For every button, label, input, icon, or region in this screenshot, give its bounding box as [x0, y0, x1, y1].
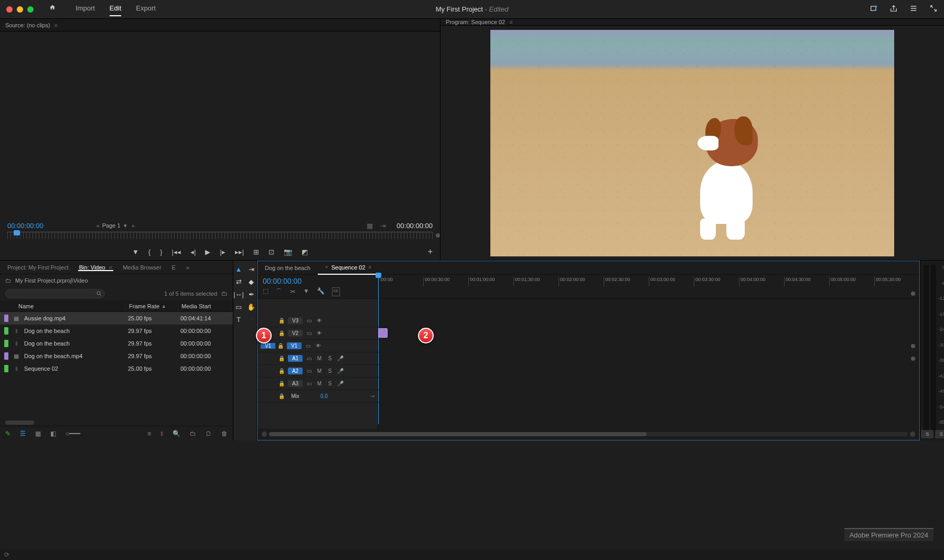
solo-left-button[interactable]: S	[921, 430, 934, 438]
list-view-icon[interactable]: ☰	[20, 430, 26, 437]
quick-export-icon[interactable]	[870, 4, 878, 15]
label-swatch[interactable]	[4, 315, 8, 322]
solo-icon[interactable]: S	[326, 381, 334, 386]
panel-menu-icon[interactable]: ≡	[509, 19, 512, 25]
track-header-a2[interactable]: 🔒 A2 ▭ M S 🎤	[258, 365, 378, 378]
slip-tool-icon[interactable]: |↔|	[233, 289, 244, 299]
source-playhead-icon[interactable]	[14, 230, 20, 235]
marker-span-icon[interactable]: ▼	[303, 287, 309, 296]
lane-v1[interactable]	[378, 340, 919, 352]
sort-icon[interactable]: ≡	[147, 430, 151, 437]
close-window-icon[interactable]	[6, 6, 13, 13]
comparison-icon[interactable]: ⇥	[380, 222, 386, 230]
linked-selection-icon[interactable]: ⫘	[289, 287, 296, 296]
source-viewport[interactable]	[0, 31, 440, 219]
source-scrubber[interactable]	[0, 232, 440, 243]
tab-effects[interactable]: E	[167, 264, 181, 271]
zoom-handle-icon[interactable]	[911, 357, 915, 361]
snap-icon[interactable]: ⌒	[276, 287, 282, 296]
eye-icon[interactable]: 👁	[314, 343, 323, 349]
go-to-out-icon[interactable]: ▸▸|	[235, 248, 244, 256]
source-header[interactable]: Source: (no clips) ≡	[0, 19, 440, 31]
scroll-thumb[interactable]	[269, 432, 647, 436]
tab-import[interactable]: Import	[76, 2, 95, 16]
sync-lock-icon[interactable]: ▭	[305, 381, 313, 386]
nest-icon[interactable]: ⬚	[263, 287, 269, 296]
lane-a2[interactable]	[378, 365, 919, 378]
panel-menu-icon[interactable]: ≡	[109, 264, 112, 271]
sync-lock-icon[interactable]: ▭	[305, 318, 313, 324]
solo-icon[interactable]: S	[326, 368, 334, 374]
eye-icon[interactable]: 👁	[315, 318, 324, 324]
lock-icon[interactable]: 🔒	[278, 330, 286, 336]
track-header-v3[interactable]: 🔒 V3 ▭ 👁	[258, 315, 378, 327]
col-name[interactable]: Name	[0, 300, 126, 311]
export-frame-icon[interactable]: 📷	[284, 248, 292, 256]
button-editor-icon[interactable]: +	[428, 247, 433, 256]
home-icon[interactable]	[49, 4, 60, 15]
video-clip[interactable]	[378, 328, 388, 338]
new-bin-icon[interactable]: 🗀	[190, 430, 196, 437]
mark-out-icon[interactable]: }	[160, 248, 162, 256]
voice-over-icon[interactable]: 🎤	[336, 368, 345, 374]
project-row[interactable]: ⫴ Sequence 02 25.00 fps 00:00:00:00	[0, 362, 233, 375]
play-icon[interactable]: ▶	[205, 248, 210, 256]
write-mode-icon[interactable]: ✎	[5, 430, 10, 437]
icon-view-icon[interactable]: ▦	[35, 430, 41, 437]
lock-icon[interactable]: 🔒	[278, 356, 286, 361]
track-header-a1[interactable]: 🔒 A1 ▭ M S 🎤	[258, 352, 378, 365]
col-frame-rate[interactable]: Frame Rate ▲	[126, 300, 178, 311]
share-icon[interactable]	[889, 4, 898, 15]
tab-bin[interactable]: Bin: Video ≡	[74, 264, 117, 271]
maximize-window-icon[interactable]	[27, 6, 34, 13]
project-row[interactable]: ▦ Aussie dog.mp4 25.00 fps 00:04:41:14	[0, 312, 233, 325]
tab-media-browser[interactable]: Media Browser	[117, 264, 166, 271]
bin-icon[interactable]: 🗀	[5, 277, 11, 284]
ripple-edit-tool-icon[interactable]: ⇄	[233, 276, 244, 287]
sync-lock-icon[interactable]: ▭	[305, 356, 313, 361]
track-header-v2[interactable]: 🔒 V2 ▭ 👁	[258, 327, 378, 340]
overflow-tabs-icon[interactable]: »	[181, 264, 195, 271]
zoom-handle-icon[interactable]	[911, 292, 915, 296]
output-icon[interactable]: ⤙	[370, 393, 374, 399]
mute-icon[interactable]: M	[315, 368, 324, 374]
label-swatch[interactable]	[4, 365, 8, 372]
project-row[interactable]: ▦ Dog on the beach.mp4 29.97 fps 00:00:0…	[0, 350, 233, 362]
panel-menu-icon[interactable]: ≡	[369, 264, 372, 270]
rectangle-tool-icon[interactable]: ▭	[233, 301, 244, 312]
hand-tool-icon[interactable]: ✋	[246, 301, 256, 312]
delete-icon[interactable]: 🗑	[221, 430, 228, 437]
timeline-tab-0[interactable]: Dog on the beach	[258, 261, 318, 275]
add-marker-icon[interactable]: ▼	[132, 248, 139, 256]
lock-icon[interactable]: 🔒	[277, 343, 285, 349]
pen-tool-icon[interactable]: ✒	[246, 289, 256, 299]
zoom-handle-icon[interactable]	[911, 344, 915, 348]
lock-icon[interactable]: 🔒	[278, 368, 286, 374]
insert-icon[interactable]: ⊞	[253, 248, 259, 256]
lane-a1[interactable]	[378, 352, 919, 365]
lock-icon[interactable]: 🔒	[278, 393, 286, 399]
zoom-slider[interactable]: ○━━━	[66, 430, 80, 437]
new-bin-icon[interactable]: 🗀	[221, 290, 228, 297]
label-swatch[interactable]	[4, 327, 8, 335]
h-scrollbar[interactable]	[5, 421, 34, 425]
lane-v3[interactable]	[378, 315, 919, 327]
captions-icon[interactable]: cc	[332, 287, 340, 296]
voice-over-icon[interactable]: 🎤	[336, 356, 345, 361]
freeform-view-icon[interactable]: ◧	[50, 430, 56, 437]
mute-icon[interactable]: M	[315, 356, 324, 361]
track-header-mix[interactable]: 🔒 Mix 0.0 ⤙	[258, 390, 378, 403]
sync-icon[interactable]: ⟳	[4, 551, 9, 558]
label-swatch[interactable]	[4, 340, 8, 347]
type-tool-icon[interactable]: T	[233, 314, 244, 325]
label-swatch[interactable]	[4, 352, 8, 360]
proxy-toggle-icon[interactable]: ◩	[302, 248, 308, 256]
sync-lock-icon[interactable]: ▭	[305, 330, 313, 336]
new-item-icon[interactable]: 🗋	[206, 430, 212, 437]
settings-icon[interactable]: 🔧	[317, 287, 325, 296]
timeline-lanes[interactable]	[378, 299, 919, 428]
lock-icon[interactable]: 🔒	[278, 381, 286, 386]
voice-over-icon[interactable]: 🎤	[336, 381, 345, 386]
sync-lock-icon[interactable]: ▭	[305, 368, 313, 374]
scroll-track[interactable]	[269, 432, 908, 436]
